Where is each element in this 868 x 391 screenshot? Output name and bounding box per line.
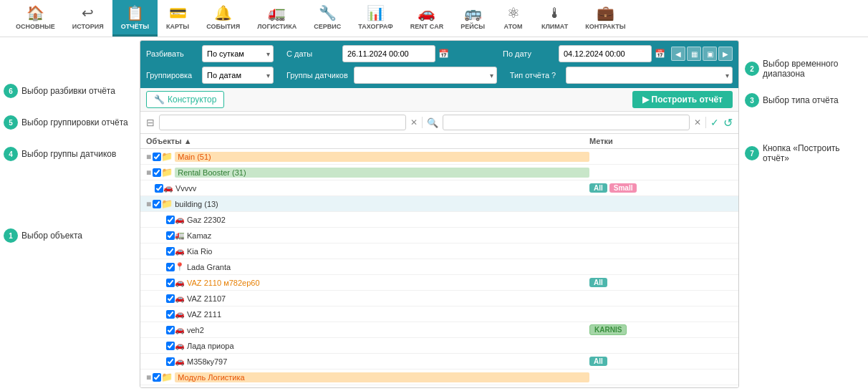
checkbox-13[interactable] <box>166 357 175 366</box>
cal-btn-4[interactable]: ▶ <box>718 47 733 61</box>
car-icon-4: 🚗 <box>175 215 185 224</box>
object-row-5[interactable]: 🚛 Kamaz <box>140 228 738 243</box>
right-label-2: 2 Выбор временного диапазона <box>745 59 868 79</box>
from-date-calendar-icon[interactable]: 📅 <box>438 49 449 59</box>
object-row-6[interactable]: 🚗 Kia Rio <box>140 243 738 259</box>
left-labels: 6 Выбор разбивки отчёта 5 Выбор группиро… <box>0 37 140 391</box>
checkbox-10[interactable] <box>166 310 175 319</box>
nav-label-events: СОБЫТИЯ <box>206 23 240 30</box>
from-date-wrap: 📅 <box>342 45 449 62</box>
checkbox-9[interactable] <box>166 294 175 303</box>
nav-icon-contracts: 💼 <box>597 4 614 21</box>
nav-item-service[interactable]: 🔧СЕРВИС <box>305 0 349 37</box>
obj-name-0: Main (51) <box>175 152 589 162</box>
nav-item-tacho[interactable]: 📊ТАХОГРАФ <box>349 0 401 37</box>
build-report-button[interactable]: ▶ Построить отчёт <box>632 91 733 108</box>
checkbox-12[interactable] <box>166 342 175 350</box>
nav-item-routes[interactable]: 🚌РЕЙСЫ <box>452 0 493 37</box>
checkbox-6[interactable] <box>166 247 175 256</box>
break-select[interactable]: По суткам По часам Без разбивки <box>202 45 274 62</box>
expand-0[interactable]: ■ <box>146 152 151 162</box>
filter-icon[interactable]: ⊟ <box>146 117 155 128</box>
to-date-calendar-icon[interactable]: 📅 <box>655 49 665 59</box>
filter-input[interactable] <box>159 115 406 130</box>
cal-btn-1[interactable]: ◀ <box>671 47 685 61</box>
checkbox-2[interactable] <box>155 184 163 193</box>
expand-14[interactable]: ■ <box>146 372 151 382</box>
report-type-select-wrap[interactable] <box>566 67 733 84</box>
filter-clear-icon[interactable]: ✕ <box>410 117 418 127</box>
nav-item-history[interactable]: ↩ИСТОРИЯ <box>64 0 112 37</box>
object-row-11[interactable]: 🚗 veh2 KARNIS <box>140 322 738 338</box>
checkbox-5[interactable] <box>166 231 175 240</box>
constructor-button[interactable]: 🔧 Конструктор <box>146 91 224 108</box>
refresh-icon[interactable]: ↺ <box>723 116 733 130</box>
grouping-select-wrap[interactable]: По датам По объектам <box>202 67 274 84</box>
nav-icon-reports: 📋 <box>126 4 144 21</box>
sensor-group-select-wrap[interactable] <box>354 67 497 84</box>
tag-All-8: All <box>589 278 607 287</box>
checkbox-1[interactable] <box>153 168 161 177</box>
object-row-10[interactable]: 🚗 VAZ 2111 <box>140 306 738 322</box>
obj-name-5: Kamaz <box>187 231 589 240</box>
checkbox-14[interactable] <box>153 373 161 382</box>
object-row-4[interactable]: 🚗 Gaz 22302 <box>140 212 738 228</box>
nav-item-logistics[interactable]: 🚛ЛОГИСТИКА <box>249 0 305 37</box>
object-row-13[interactable]: 🚗 М358ку797 All <box>140 354 738 370</box>
to-date-input[interactable] <box>559 45 652 62</box>
object-row-15[interactable]: ■ 📁 Модуль Контроль нарушений (1) <box>140 385 738 387</box>
nav-item-rentcar[interactable]: 🚗RENT CAR <box>402 0 453 37</box>
object-row-12[interactable]: 🚗 Лада приора <box>140 338 738 354</box>
filter-row: ⊟ ✕ 🔍 ✕ ✓ ↺ <box>140 112 738 134</box>
cal-btn-3[interactable]: ▣ <box>703 47 717 61</box>
obj-name-8: VAZ 2110 м782ер60 <box>187 279 589 287</box>
object-row-8[interactable]: 🚗 VAZ 2110 м782ер60 All <box>140 275 738 291</box>
nav-label-tacho: ТАХОГРАФ <box>358 23 392 30</box>
form-row-2: Группировка По датам По объектам Группы … <box>146 67 733 84</box>
sensor-group-select[interactable] <box>354 67 497 84</box>
checkbox-7[interactable] <box>166 263 175 271</box>
expand-3[interactable]: ■ <box>146 199 151 209</box>
checkbox-11[interactable] <box>166 326 175 334</box>
right-labels: 2 Выбор временного диапазона 3 Выбор тип… <box>739 37 868 391</box>
check-all-icon[interactable]: ✓ <box>710 117 719 128</box>
badge-1: 1 <box>4 228 18 243</box>
obj-name-14: Модуль Логистика <box>175 372 589 382</box>
tag-Small-2: Small <box>609 183 637 193</box>
checkbox-4[interactable] <box>166 216 175 224</box>
nav-item-osnov[interactable]: 🏠ОСНОВНЫЕ <box>7 0 64 37</box>
from-date-input[interactable] <box>342 45 435 62</box>
nav-item-contracts[interactable]: 💼КОНТРАКТЫ <box>577 0 634 37</box>
report-type-select[interactable] <box>566 67 733 84</box>
checkbox-0[interactable] <box>153 153 161 161</box>
search-input[interactable] <box>443 115 690 130</box>
object-row-3[interactable]: ■ 📁 building (13) <box>140 196 738 212</box>
object-row-1[interactable]: ■ 📁 Rental Booster (31) <box>140 165 738 180</box>
nav-item-events[interactable]: 🔔СОБЫТИЯ <box>198 0 249 37</box>
nav-item-climate[interactable]: 🌡КЛИМАТ <box>533 0 577 37</box>
expand-1[interactable]: ■ <box>146 168 151 178</box>
tag-All-2: All <box>589 183 607 193</box>
folder-icon-14: 📁 <box>161 372 173 382</box>
break-select-wrap[interactable]: По суткам По часам Без разбивки <box>202 45 274 62</box>
object-row-7[interactable]: 📍 Lada Granta <box>140 259 738 275</box>
nav-item-reports[interactable]: 📋ОТЧЁТЫ <box>112 0 158 37</box>
cal-btn-2[interactable]: ▦ <box>687 47 701 61</box>
tag-All-13: All <box>589 357 607 366</box>
object-row-0[interactable]: ■ 📁 Main (51) <box>140 149 738 165</box>
nav-item-maps[interactable]: 💳КАРТЫ <box>158 0 198 37</box>
obj-name-6: Kia Rio <box>187 247 589 256</box>
search-clear-icon[interactable]: ✕ <box>694 117 701 127</box>
nav-icon-routes: 🚌 <box>464 4 482 21</box>
object-row-2[interactable]: 🚗 Vvvvv AllSmall <box>140 180 738 196</box>
checkbox-3[interactable] <box>153 200 161 208</box>
object-row-9[interactable]: 🚗 VAZ 21107 <box>140 291 738 306</box>
object-row-14[interactable]: ■ 📁 Модуль Логистика <box>140 370 738 385</box>
grouping-select[interactable]: По датам По объектам <box>202 67 274 84</box>
badge-2: 2 <box>745 62 759 76</box>
nav-item-atom[interactable]: ⚛АТОМ <box>493 0 533 37</box>
right-label-7: 7 Кнопка «Построить отчёт» <box>745 143 868 163</box>
object-list: ■ 📁 Main (51) ■ 📁 Rental Booster (31) 🚗 … <box>140 149 738 387</box>
obj-name-12: Лада приора <box>187 342 589 350</box>
checkbox-8[interactable] <box>166 279 175 287</box>
